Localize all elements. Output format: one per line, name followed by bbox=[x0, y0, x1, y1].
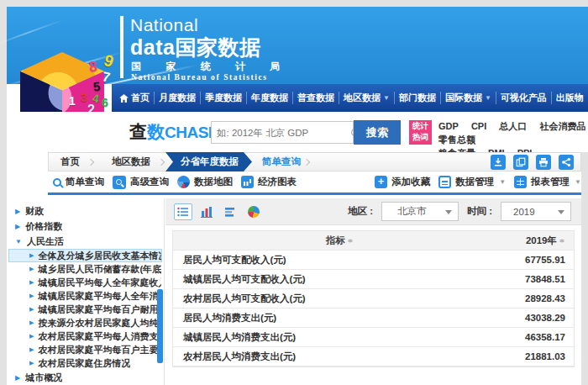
sidebar-subitem-rural-consumption[interactable]: ▶农村居民家庭平均每人消费支出 bbox=[8, 330, 162, 343]
collapsed-arrow-icon: ▶ bbox=[29, 319, 34, 326]
download-icon[interactable] bbox=[491, 155, 506, 170]
nav-item-international[interactable]: 国际数据▼ bbox=[440, 92, 496, 104]
panel-control-bar: 地区 : 北京市 时间 : 2019 bbox=[165, 198, 581, 225]
sidebar-scrollbar-thumb[interactable] bbox=[157, 289, 163, 363]
hot-word-cpi[interactable]: CPI bbox=[471, 121, 486, 131]
home-icon bbox=[119, 94, 129, 103]
bureau-name-en: National Bureau of Statistics bbox=[131, 73, 268, 82]
economic-charts-button[interactable]: 经济图表 bbox=[241, 176, 297, 188]
data-map-button[interactable]: 数据地图 bbox=[177, 176, 233, 188]
nav-item-census[interactable]: 普查数据 bbox=[292, 92, 339, 104]
search-input[interactable] bbox=[212, 128, 351, 138]
list-icon bbox=[438, 176, 451, 188]
collapsed-arrow-icon: ▶ bbox=[29, 293, 34, 299]
chevron-separator-icon bbox=[303, 158, 310, 165]
sidebar-item-city-overview[interactable]: ▶城市概况 bbox=[7, 370, 164, 385]
collapsed-arrow-icon: ▶ bbox=[15, 223, 20, 230]
sidebar-subitem-income-basic[interactable]: ▶全体及分城乡居民收支基本情况(新口径) bbox=[8, 249, 162, 262]
data-panel: 地区 : 北京市 时间 : 2019 指标 2019年 居民人均可支配收入(元)… bbox=[165, 198, 581, 385]
collapsed-arrow-icon: ▶ bbox=[29, 360, 34, 367]
table-header-row: 指标 2019年 bbox=[173, 231, 574, 251]
horizontal-bar-icon[interactable] bbox=[221, 203, 239, 220]
hot-word-population[interactable]: 总人口 bbox=[499, 121, 527, 131]
breadcrumb-region-data[interactable]: 地区数据 bbox=[100, 156, 155, 168]
sidebar-item-finance[interactable]: ▶财政 bbox=[7, 203, 164, 219]
nav-item-quarterly[interactable]: 季度数据 bbox=[200, 92, 246, 104]
nav-item-publications[interactable]: 出版物 bbox=[551, 92, 588, 104]
collapsed-arrow-icon: ▶ bbox=[29, 346, 34, 353]
indicator-value: 43038.29 bbox=[448, 313, 574, 323]
sidebar-item-price-index[interactable]: ▶价格指数 bbox=[7, 219, 164, 234]
table-row: 城镇居民人均消费支出(元) 46358.17 bbox=[173, 328, 574, 347]
table-row: 城镇居民人均可支配收入(元) 73848.51 bbox=[173, 270, 574, 289]
chevron-down-icon: ▼ bbox=[485, 94, 491, 102]
hot-word-gdp[interactable]: GDP bbox=[438, 121, 459, 131]
collapsed-arrow-icon: ▶ bbox=[29, 333, 34, 340]
sidebar-subitem-urban-consumption[interactable]: ▶城镇居民家庭平均每人全年消费性支出 bbox=[8, 289, 162, 303]
list-view-icon[interactable] bbox=[174, 203, 192, 220]
column-header-year[interactable]: 2019年 bbox=[448, 235, 574, 247]
time-label: 时间 : bbox=[467, 205, 492, 218]
indicator-name: 居民人均消费支出(元) bbox=[173, 312, 448, 324]
sidebar-subitem-rural-housing[interactable]: ▶农村居民家庭住房情况 bbox=[8, 356, 162, 370]
sidebar-subitem-savings[interactable]: ▶城乡居民人民币储蓄存款(年底余额) bbox=[8, 262, 162, 276]
sidebar-subitem-urban-income-source[interactable]: ▶城镇居民平均每人全年家庭收入来源 bbox=[8, 276, 162, 289]
chevron-down-icon: ▼ bbox=[499, 178, 506, 186]
indicator-name: 农村居民人均消费支出(元) bbox=[173, 351, 448, 363]
nav-item-regional[interactable]: 地区数据▼ bbox=[339, 92, 394, 104]
indicator-value: 21881.03 bbox=[448, 351, 574, 361]
search-box bbox=[211, 121, 354, 144]
plus-icon bbox=[375, 176, 387, 188]
share-icon[interactable] bbox=[559, 155, 574, 170]
add-favorite-button[interactable]: 添加收藏 bbox=[375, 176, 430, 188]
query-toolbar: 简单查询 高级查询 数据地图 经济图表 添加收藏 数据管理▼ 报表管理▼ bbox=[48, 171, 581, 192]
nav-item-annual[interactable]: 年度数据 bbox=[246, 92, 292, 104]
sidebar-subitem-urban-durables[interactable]: ▶城镇居民家庭平均每百户耐用消费品拥有量 bbox=[8, 303, 162, 316]
sort-icon[interactable] bbox=[348, 236, 354, 245]
bureau-name-cn: 国 家 统 计 局 bbox=[131, 60, 291, 74]
data-manage-button[interactable]: 数据管理▼ bbox=[438, 176, 506, 188]
magnifier-square-icon bbox=[113, 176, 126, 189]
region-select[interactable]: 北京市 bbox=[381, 202, 459, 221]
sidebar-subitem-rural-durables[interactable]: ▶农村居民家庭平均每百户主要耐用消费品拥有量 bbox=[8, 343, 162, 356]
indicator-name: 城镇居民人均消费支出(元) bbox=[173, 331, 448, 344]
table-row: 农村居民人均消费支出(元) 21881.03 bbox=[173, 347, 574, 367]
breadcrumb-current[interactable]: 简单查询 bbox=[262, 156, 301, 168]
region-label: 地区 : bbox=[348, 205, 373, 218]
data-map-icon bbox=[177, 176, 190, 188]
time-select[interactable]: 2019 bbox=[501, 202, 571, 221]
bar-chart-icon[interactable] bbox=[197, 203, 216, 220]
report-manage-button[interactable]: 报表管理▼ bbox=[514, 176, 581, 188]
sort-icon[interactable] bbox=[559, 236, 565, 245]
copy-icon[interactable] bbox=[513, 155, 528, 170]
table-row: 居民人均消费支出(元) 43038.29 bbox=[173, 309, 574, 328]
column-header-indicator[interactable]: 指标 bbox=[173, 235, 448, 247]
site-title-mixed: data国家数据 bbox=[130, 34, 260, 61]
banner-streak bbox=[0, 19, 64, 47]
search-button[interactable]: 搜索 bbox=[354, 120, 401, 145]
print-icon[interactable] bbox=[536, 155, 551, 170]
indicator-name: 农村居民人均可支配收入(元) bbox=[173, 293, 448, 305]
indicator-value: 28928.43 bbox=[448, 293, 574, 303]
right-gutter bbox=[581, 152, 588, 385]
collapsed-arrow-icon: ▶ bbox=[29, 266, 34, 272]
search-section: 查数CHASHU 搜索 统计 热词 GDP CPI 总人口 社会消费品零售总额 … bbox=[7, 112, 588, 153]
toolbar-divider bbox=[48, 192, 581, 195]
collapsed-arrow-icon: ▶ bbox=[29, 279, 34, 286]
chevron-down-icon: ▼ bbox=[575, 178, 581, 186]
breadcrumb-home[interactable]: 首页 bbox=[49, 156, 85, 168]
indicator-table: 指标 2019年 居民人均可支配收入(元) 67755.91 城镇居民人均可支配… bbox=[172, 230, 575, 367]
breadcrumb-active-tab[interactable]: 分省年度数据 bbox=[165, 152, 252, 171]
nav-item-home[interactable]: 首页 bbox=[115, 92, 154, 104]
nav-item-departmental[interactable]: 部门数据 bbox=[394, 92, 440, 104]
sidebar-item-people-livelihood[interactable]: ▼人民生活 bbox=[7, 234, 164, 249]
site-title-en: National bbox=[130, 15, 198, 35]
national-data-page: National data国家数据 国 家 统 计 局 National Bur… bbox=[0, 0, 588, 385]
simple-query-button[interactable]: 简单查询 bbox=[53, 176, 104, 188]
sidebar-subitem-rural-net-income[interactable]: ▶按来源分农村居民家庭人均纯收入 bbox=[8, 316, 162, 330]
advanced-query-button[interactable]: 高级查询 bbox=[113, 176, 169, 189]
logo-digit: 3 bbox=[81, 91, 87, 104]
nav-item-visualization[interactable]: 可视化产品 bbox=[496, 92, 551, 104]
nav-item-monthly[interactable]: 月度数据 bbox=[154, 92, 200, 104]
pie-chart-icon[interactable] bbox=[244, 203, 263, 220]
